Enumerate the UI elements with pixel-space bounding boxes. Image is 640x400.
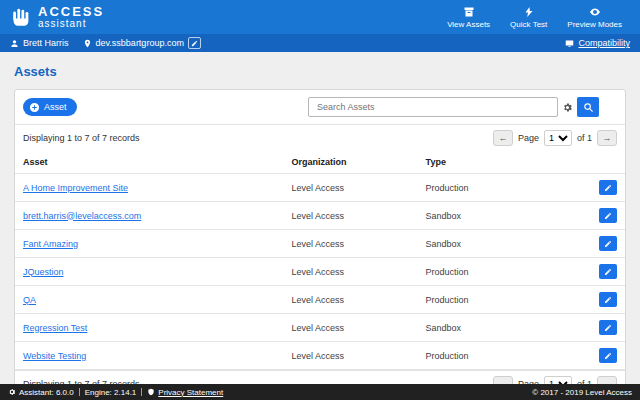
user-bar: Brett Harris dev.ssbbartgroup.com Compat…: [0, 34, 640, 52]
nav-label: View Assets: [447, 20, 490, 29]
table-header-row: Asset Organization Type: [15, 151, 625, 174]
logo: ACCESS assistant: [10, 5, 104, 29]
prev-page-button[interactable]: ←: [493, 376, 513, 384]
pencil-icon: [604, 324, 612, 332]
column-header-type: Type: [418, 151, 577, 174]
compatibility-label: Compatibility: [578, 38, 630, 48]
pencil-icon: [191, 40, 198, 47]
next-page-button[interactable]: →: [597, 376, 617, 384]
pencil-icon: [604, 240, 612, 248]
preview-modes-button[interactable]: Preview Modes: [559, 4, 630, 31]
domain-text: dev.ssbbartgroup.com: [96, 38, 184, 48]
edit-domain-button[interactable]: [188, 37, 201, 49]
type-cell: Production: [418, 258, 577, 286]
prev-page-button[interactable]: ←: [493, 130, 513, 146]
type-cell: Sandbox: [418, 314, 577, 342]
edit-asset-button[interactable]: [599, 208, 617, 223]
pencil-icon: [604, 212, 612, 220]
page-select[interactable]: 1: [544, 376, 572, 384]
magnifier-icon: [583, 102, 594, 113]
organization-cell: Level Access: [283, 342, 417, 370]
organization-cell: Level Access: [283, 202, 417, 230]
top-nav: View Assets Quick Test Preview Modes: [439, 4, 630, 31]
next-page-button[interactable]: →: [597, 130, 617, 146]
assets-card: Asset Displaying 1 to 7 of 7 records: [14, 89, 626, 384]
edit-asset-button[interactable]: [599, 348, 617, 363]
pagination-top: ← Page 1 of 1 →: [493, 130, 617, 146]
edit-asset-button[interactable]: [599, 292, 617, 307]
footer-divider: [141, 388, 142, 396]
column-header-organization: Organization: [283, 151, 417, 174]
pencil-icon: [604, 268, 612, 276]
organization-cell: Level Access: [283, 230, 417, 258]
of-label: of 1: [577, 133, 592, 143]
nav-label: Quick Test: [510, 20, 547, 29]
shield-icon: [147, 388, 155, 396]
advanced-search-button[interactable]: [561, 101, 574, 114]
gear-icon: [8, 388, 16, 396]
column-header-asset: Asset: [15, 151, 283, 174]
quick-test-button[interactable]: Quick Test: [502, 4, 555, 31]
asset-link[interactable]: Regression Test: [23, 323, 87, 333]
pencil-icon: [604, 184, 612, 192]
type-cell: Sandbox: [418, 230, 577, 258]
asset-link[interactable]: JQuestion: [23, 267, 64, 277]
view-assets-button[interactable]: View Assets: [439, 4, 498, 31]
organization-cell: Level Access: [283, 286, 417, 314]
engine-version: Engine: 2.14.1: [85, 388, 137, 397]
records-row-top: Displaying 1 to 7 of 7 records ← Page 1 …: [15, 125, 625, 151]
page-title: Assets: [14, 64, 626, 79]
assets-table: Asset Organization Type A Home Improveme…: [15, 151, 625, 370]
organization-cell: Level Access: [283, 314, 417, 342]
location-pin-icon: [83, 39, 92, 48]
pencil-icon: [604, 352, 612, 360]
logo-subtitle: assistant: [38, 19, 104, 29]
assets-toolbar: Asset: [15, 90, 625, 125]
search-bar: [308, 97, 599, 117]
type-cell: Production: [418, 342, 577, 370]
lightning-icon: [523, 6, 535, 18]
add-asset-button[interactable]: Asset: [23, 98, 77, 116]
add-asset-label: Asset: [44, 102, 67, 112]
table-row: JQuestion Level Access Production: [15, 258, 625, 286]
asset-link[interactable]: brett.harris@levelaccess.com: [23, 211, 141, 221]
page-select[interactable]: 1: [544, 130, 572, 146]
privacy-statement-link[interactable]: Privacy Statement: [158, 388, 223, 397]
logo-title: ACCESS: [38, 5, 104, 18]
table-row: brett.harris@levelaccess.com Level Acces…: [15, 202, 625, 230]
plus-circle-icon: [29, 102, 40, 113]
edit-asset-button[interactable]: [599, 236, 617, 251]
table-row: Regression Test Level Access Sandbox: [15, 314, 625, 342]
main-content: Assets Asset: [0, 52, 640, 384]
edit-asset-button[interactable]: [599, 180, 617, 195]
privacy-statement: Privacy Statement: [147, 388, 223, 397]
assets-box-icon: [463, 6, 475, 18]
asset-link[interactable]: QA: [23, 295, 36, 305]
asset-link[interactable]: A Home Improvement Site: [23, 183, 128, 193]
pagination-bottom: ← Page 1 of 1 →: [493, 376, 617, 384]
table-row: QA Level Access Production: [15, 286, 625, 314]
search-input[interactable]: [308, 97, 558, 117]
user-name: Brett Harris: [23, 38, 69, 48]
asset-link[interactable]: Website Testing: [23, 351, 86, 361]
asset-link[interactable]: Fant Amazing: [23, 239, 78, 249]
pencil-icon: [604, 296, 612, 304]
person-icon: [10, 39, 19, 48]
organization-cell: Level Access: [283, 174, 417, 202]
current-user: Brett Harris: [10, 38, 69, 48]
footer-divider: [79, 388, 80, 396]
edit-asset-button[interactable]: [599, 264, 617, 279]
top-header: ACCESS assistant View Assets Quick Test …: [0, 0, 640, 34]
monitor-icon: [565, 39, 574, 48]
compatibility-link[interactable]: Compatibility: [565, 38, 630, 48]
edit-asset-button[interactable]: [599, 320, 617, 335]
nav-label: Preview Modes: [567, 20, 622, 29]
type-cell: Sandbox: [418, 202, 577, 230]
table-row: Website Testing Level Access Production: [15, 342, 625, 370]
records-row-bottom: Displaying 1 to 7 of 7 records ← Page 1 …: [15, 370, 625, 384]
footer: Assistant: 6.0.0 Engine: 2.14.1 Privacy …: [0, 384, 640, 400]
records-summary: Displaying 1 to 7 of 7 records: [23, 133, 140, 143]
assistant-version: Assistant: 6.0.0: [8, 388, 74, 397]
level-access-hand-icon: [10, 6, 32, 28]
search-button[interactable]: [577, 97, 599, 117]
